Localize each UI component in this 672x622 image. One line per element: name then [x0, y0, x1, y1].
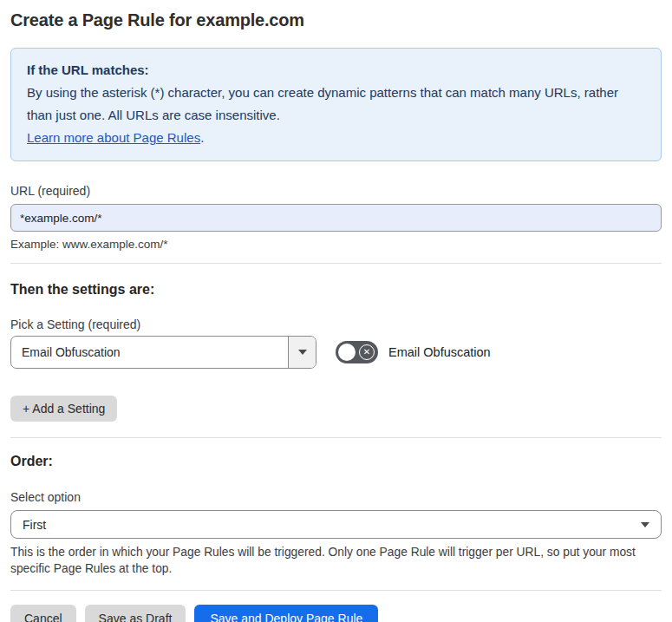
add-setting-button[interactable]: + Add a Setting: [10, 396, 117, 422]
order-select[interactable]: First: [10, 510, 662, 539]
dropdown-arrow-icon: [641, 522, 649, 527]
dropdown-arrow-icon: [298, 350, 307, 355]
order-select-value: First: [23, 518, 641, 532]
footer-actions: Cancel Save as Draft Save and Deploy Pag…: [10, 605, 662, 622]
url-example-helper: Example: www.example.com/*: [10, 238, 662, 251]
setting-row: Email Obfuscation ✕ Email Obfuscation: [10, 336, 662, 369]
page-title: Create a Page Rule for example.com: [10, 10, 662, 30]
order-helper-text: This is the order in which your Page Rul…: [10, 544, 656, 577]
url-input[interactable]: [10, 204, 662, 232]
settings-section-heading: Then the settings are:: [10, 282, 662, 298]
cancel-button[interactable]: Cancel: [10, 605, 76, 622]
order-select-label: Select option: [10, 490, 662, 504]
setting-select-arrow-button[interactable]: [288, 337, 316, 368]
divider: [10, 263, 662, 264]
toggle-label: Email Obfuscation: [388, 345, 491, 359]
page-rule-form: Create a Page Rule for example.com If th…: [0, 10, 672, 622]
pick-setting-label: Pick a Setting (required): [10, 318, 662, 331]
url-matches-callout: If the URL matches: By using the asteris…: [10, 48, 662, 161]
callout-heading: If the URL matches:: [27, 59, 645, 82]
order-section-heading: Order:: [10, 454, 662, 469]
divider: [10, 437, 662, 438]
callout-body: By using the asterisk (*) character, you…: [27, 82, 645, 127]
divider: [10, 590, 662, 591]
save-as-draft-button[interactable]: Save as Draft: [85, 605, 186, 622]
setting-select[interactable]: Email Obfuscation: [10, 336, 316, 369]
toggle-off-x-icon: ✕: [359, 344, 375, 360]
setting-select-value: Email Obfuscation: [11, 337, 288, 368]
learn-more-link[interactable]: Learn more about Page Rules: [27, 130, 200, 145]
toggle-knob: [338, 344, 356, 361]
save-and-deploy-button[interactable]: Save and Deploy Page Rule: [194, 605, 378, 622]
url-field-label: URL (required): [10, 184, 662, 198]
callout-link-line: Learn more about Page Rules.: [27, 127, 645, 149]
link-suffix: .: [200, 130, 204, 145]
email-obfuscation-toggle[interactable]: ✕: [336, 341, 378, 363]
